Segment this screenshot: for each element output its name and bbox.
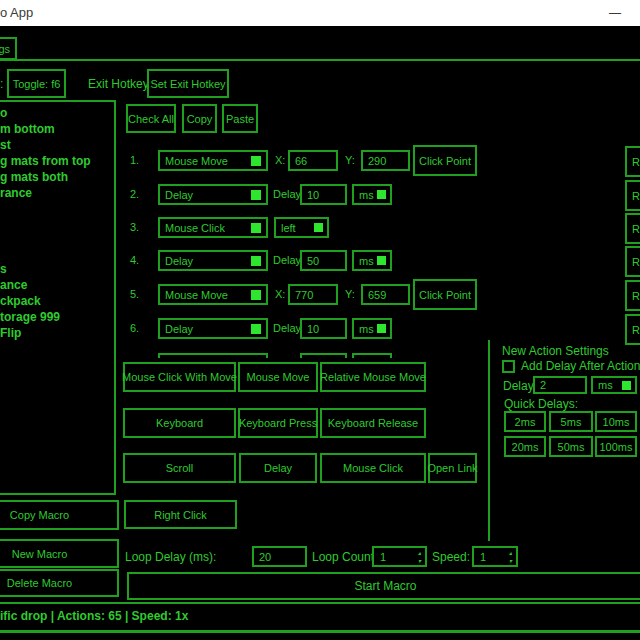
quick-delay-2ms-button[interactable]: 2ms (504, 411, 546, 432)
macro-list-item[interactable]: ckpack (0, 294, 41, 308)
add-relative-mouse-move-button[interactable]: Relative Mouse Move (320, 362, 426, 392)
delay-unit-dropdown[interactable]: ms (352, 318, 392, 339)
action-type-dropdown[interactable]: Delay (158, 318, 268, 339)
settings-delay-input[interactable] (533, 376, 587, 394)
toggle-hotkey-button[interactable]: Toggle: f6 (7, 69, 66, 98)
macro-list-item[interactable]: o (0, 106, 7, 120)
macro-list-item[interactable]: g mats from top (0, 154, 91, 168)
delay-value-input[interactable] (300, 184, 347, 205)
action-type-dropdown[interactable]: Mouse Click (158, 217, 268, 238)
speed-stepper[interactable]: 1 ▴▾ (472, 546, 518, 567)
action-type-dropdown[interactable]: Mouse Move (158, 150, 268, 171)
start-macro-button[interactable]: Start Macro (127, 572, 640, 600)
set-exit-hotkey-button[interactable]: Set Exit Hotkey (147, 69, 229, 98)
dropdown-indicator-icon (251, 290, 261, 300)
y-coordinate-input[interactable] (361, 284, 410, 305)
action-type-dropdown[interactable]: Mouse Move (158, 284, 268, 305)
loop-delay-label: Loop Delay (ms): (125, 550, 216, 564)
action-type-value: Delay (165, 189, 193, 201)
y-label: Y: (345, 288, 355, 300)
remove-action-button[interactable]: R (625, 213, 640, 244)
mouse-button-dropdown[interactable]: left (274, 217, 329, 238)
paste-actions-button[interactable]: Paste (222, 104, 258, 133)
tab-settings[interactable]: gs (0, 37, 17, 60)
dropdown-indicator-icon (251, 324, 261, 334)
macro-list-item[interactable]: s (0, 262, 7, 276)
add-keyboard-release-button[interactable]: Keyboard Release (320, 408, 426, 438)
row-number: 6. (130, 322, 139, 334)
window-title: o App (0, 5, 33, 20)
dropdown-indicator-icon (377, 190, 386, 199)
remove-action-button[interactable]: R (625, 314, 640, 345)
macro-list-item[interactable]: rance (0, 186, 32, 200)
status-bar-top-border (0, 602, 640, 604)
copy-actions-button[interactable]: Copy (182, 104, 217, 133)
add-delay-checkbox[interactable] (502, 360, 515, 373)
exit-hotkey-label: Exit Hotkey: (88, 77, 152, 91)
delete-macro-button[interactable]: Delete Macro (0, 569, 119, 597)
delay-unit-dropdown[interactable]: ms (352, 184, 392, 205)
y-coordinate-input[interactable] (361, 150, 410, 171)
loop-count-value: 1 (380, 551, 386, 563)
delay-value-input[interactable] (300, 318, 347, 339)
click-point-button[interactable]: Click Point (413, 145, 477, 176)
macro-list-item[interactable]: st (0, 138, 11, 152)
dropdown-indicator-icon (622, 381, 631, 390)
action-type-dropdown[interactable]: Delay (158, 184, 268, 205)
quick-delay-100ms-button[interactable]: 100ms (595, 436, 637, 457)
check-all-button[interactable]: Check All (126, 104, 176, 133)
quick-delay-20ms-button[interactable]: 20ms (504, 436, 546, 457)
action-type-dropdown[interactable] (158, 353, 268, 358)
minimize-button[interactable]: — (600, 2, 630, 24)
macro-list-item[interactable]: ance (0, 278, 27, 292)
loop-count-stepper[interactable]: 1 ▴▾ (372, 546, 427, 567)
add-right-click-button[interactable]: Right Click (124, 500, 237, 529)
add-keyboard-press-button[interactable]: Keyboard Press (238, 408, 318, 438)
add-mouse-move-button[interactable]: Mouse Move (238, 362, 318, 392)
add-open-link-button[interactable]: Open Link (428, 453, 477, 483)
x-label: X: (275, 288, 285, 300)
macro-list-item[interactable]: g mats both (0, 170, 68, 184)
dropdown-indicator-icon (314, 223, 323, 232)
macro-list-item[interactable]: m bottom (0, 122, 55, 136)
action-type-value: Delay (165, 255, 193, 267)
dropdown-indicator-icon (251, 223, 261, 233)
settings-delay-unit-dropdown[interactable]: ms (591, 376, 637, 394)
x-coordinate-input[interactable] (288, 150, 338, 171)
delay-value-input[interactable] (300, 250, 347, 271)
add-delay-label: Add Delay After Action (521, 359, 640, 373)
action-type-dropdown[interactable]: Delay (158, 250, 268, 271)
x-label: X: (275, 154, 285, 166)
add-scroll-button[interactable]: Scroll (123, 453, 236, 483)
click-point-button[interactable]: Click Point (413, 279, 477, 310)
delay-value-input[interactable] (300, 353, 347, 358)
quick-delay-50ms-button[interactable]: 50ms (549, 436, 593, 457)
add-keyboard-button[interactable]: Keyboard (123, 408, 236, 438)
row-number: 5. (130, 288, 139, 300)
stepper-arrows-icon[interactable]: ▴▾ (509, 549, 512, 565)
delay-unit-dropdown[interactable] (352, 353, 392, 358)
row-number: 2. (130, 188, 139, 200)
add-mouse-click-button[interactable]: Mouse Click (320, 453, 426, 483)
quick-delay-5ms-button[interactable]: 5ms (549, 411, 593, 432)
macro-list-item[interactable]: Flip (0, 326, 21, 340)
add-delay-button[interactable]: Delay (239, 453, 317, 483)
action-list: 1. Mouse Move X: Y: Click Point R 2. Del… (120, 140, 640, 358)
stepper-arrows-icon[interactable]: ▴▾ (418, 549, 421, 565)
delay-unit-dropdown[interactable]: ms (352, 250, 392, 271)
dropdown-indicator-icon (377, 324, 386, 333)
status-bar-text: ific drop | Actions: 65 | Speed: 1x (0, 609, 188, 623)
remove-action-button[interactable]: R (625, 146, 640, 177)
copy-macro-button[interactable]: Copy Macro (0, 500, 119, 530)
macro-list-item[interactable]: torage 999 (0, 310, 60, 324)
x-coordinate-input[interactable] (288, 284, 338, 305)
quick-delay-10ms-button[interactable]: 10ms (595, 411, 637, 432)
remove-action-button[interactable]: R (625, 180, 640, 211)
remove-action-button[interactable]: R (625, 280, 640, 311)
action-type-value: Delay (165, 323, 193, 335)
action-type-value: Mouse Move (165, 155, 228, 167)
remove-action-button[interactable]: R (625, 246, 640, 277)
loop-delay-input[interactable] (252, 546, 307, 567)
add-mouse-click-with-move-button[interactable]: Mouse Click With Move (123, 362, 236, 392)
new-macro-button[interactable]: New Macro (0, 539, 119, 568)
